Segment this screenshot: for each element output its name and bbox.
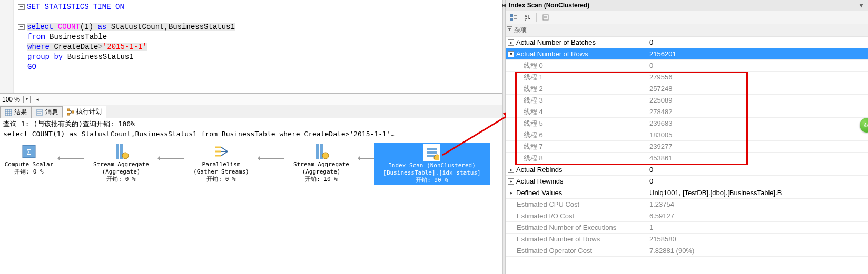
stream-aggregate-icon [313, 143, 330, 160]
svg-rect-8 [67, 109, 70, 111]
category-misc[interactable]: ▾ 杂项 [506, 24, 868, 37]
prop-thread-0[interactable]: 线程 00 [506, 60, 868, 72]
scroll-left-icon[interactable]: ◂ [34, 96, 41, 103]
execution-plan-area[interactable]: 查询 1: (与该批有关的)查询开销: 100% select COUNT(1)… [0, 118, 502, 274]
collapse-icon[interactable]: ▾ [507, 26, 512, 32]
svg-rect-18 [316, 144, 319, 159]
prop-est-io-cost[interactable]: Estimated I/O Cost 6.59127 [506, 210, 868, 222]
plan-arrow [158, 158, 184, 159]
properties-pane: Index Scan (NonClustered) ▾ AZ ▾ 杂项 ▸Act… [506, 0, 868, 274]
expand-icon[interactable]: ▸ [508, 39, 514, 46]
prop-thread-4[interactable]: 线程 4278482 [506, 106, 868, 118]
plan-arrow [358, 158, 374, 159]
collapse-icon[interactable]: ▾ [508, 51, 514, 57]
tab-results-label: 结果 [14, 108, 27, 117]
svg-text:Z: Z [525, 18, 527, 21]
plan-icon [67, 108, 74, 116]
svg-text:Σ: Σ [27, 148, 31, 156]
plan-arrow [258, 158, 284, 159]
expand-icon[interactable]: ▸ [508, 167, 514, 173]
svg-rect-0 [5, 109, 12, 116]
svg-rect-15 [116, 144, 119, 159]
plan-node-compute-scalar[interactable]: Σ Compute Scalar 开销: 0 % [0, 143, 58, 176]
svg-text:A: A [525, 14, 527, 18]
prop-thread-6[interactable]: 线程 6183005 [506, 129, 868, 141]
alphabetical-button[interactable]: AZ [521, 12, 533, 23]
prop-actual-batches[interactable]: ▸Actual Number of Batches 0 [506, 37, 868, 48]
tab-execution-plan[interactable]: 执行计划 [62, 106, 106, 118]
query-header: 查询 1: (与该批有关的)查询开销: 100% [0, 118, 502, 130]
prop-est-cpu-cost[interactable]: Estimated CPU Cost 1.23754 [506, 199, 868, 210]
prop-thread-8[interactable]: 线程 8453861 [506, 153, 868, 164]
fold-icon[interactable]: − [18, 4, 25, 10]
zoom-dropdown[interactable]: ▾ [23, 96, 31, 103]
sql-editor[interactable]: −SET STATISTICS TIME ON −select COUNT(1)… [0, 0, 502, 94]
plan-node-parallelism[interactable]: Parallelism (Gather Streams) 开销: 0 % [184, 143, 258, 183]
svg-rect-9 [67, 113, 70, 115]
parallelism-icon [213, 143, 230, 160]
prop-est-executions[interactable]: Estimated Number of Executions 1 [506, 222, 868, 234]
properties-toolbar: AZ [506, 11, 868, 24]
prop-est-operator-cost[interactable]: Estimated Operator Cost 7.82881 (90%) [506, 245, 868, 257]
svg-line-11 [70, 110, 72, 112]
plan-diagram: Σ Compute Scalar 开销: 0 % Stream Aggregat… [0, 143, 502, 190]
svg-rect-21 [427, 148, 437, 150]
svg-point-20 [322, 153, 329, 159]
zoom-bar: 100 % ▾ ◂ [0, 94, 502, 105]
sql-line-1: SET STATISTICS TIME ON [27, 3, 124, 11]
prop-thread-7[interactable]: 线程 7239277 [506, 141, 868, 153]
zoom-value: 100 % [2, 96, 20, 103]
prop-defined-values[interactable]: ▸Defined Values Uniq1001, [TestDB].[dbo]… [506, 187, 868, 199]
expand-icon[interactable]: ▸ [508, 178, 514, 185]
prop-actual-rebinds[interactable]: ▸Actual Rebinds 0 [506, 164, 868, 176]
expand-icon[interactable]: ▸ [508, 190, 514, 196]
svg-point-17 [122, 153, 129, 159]
fold-icon[interactable]: − [18, 24, 25, 30]
prop-actual-rows[interactable]: ▾Actual Number of Rows 2156201 [506, 48, 868, 60]
compute-scalar-icon: Σ [21, 143, 37, 160]
plan-arrow [58, 158, 84, 159]
prop-thread-3[interactable]: 线程 3225089 [506, 95, 868, 106]
grid-icon [5, 109, 12, 116]
dropdown-icon[interactable]: ▾ [857, 2, 865, 9]
categorized-button[interactable] [508, 12, 519, 23]
message-icon [36, 109, 43, 116]
property-pages-button[interactable] [540, 12, 551, 23]
plan-node-stream-aggregate-1[interactable]: Stream Aggregate (Aggregate) 开销: 0 % [84, 143, 158, 183]
properties-header: Index Scan (NonClustered) ▾ [506, 0, 868, 11]
svg-rect-32 [543, 15, 548, 20]
query-text: select COUNT(1) as StatustCount,Business… [0, 130, 502, 142]
tab-plan-label: 执行计划 [76, 107, 102, 116]
stream-aggregate-icon [113, 143, 130, 160]
prop-thread-5[interactable]: 线程 5239683 [506, 118, 868, 129]
svg-rect-27 [510, 18, 513, 21]
prop-est-rows[interactable]: Estimated Number of Rows 2158580 [506, 234, 868, 245]
prop-actual-rewinds[interactable]: ▸Actual Rewinds 0 [506, 176, 868, 187]
prop-thread-1[interactable]: 线程 1279556 [506, 72, 868, 83]
left-pane: −SET STATISTICS TIME ON −select COUNT(1)… [0, 0, 502, 274]
tab-results[interactable]: 结果 [0, 106, 32, 118]
properties-title: Index Scan (NonClustered) [509, 2, 589, 9]
svg-line-25 [442, 110, 516, 155]
tab-messages-label: 消息 [45, 108, 58, 117]
svg-rect-10 [72, 111, 74, 113]
plan-node-stream-aggregate-2[interactable]: Stream Aggregate (Aggregate) 开销: 10 % [284, 143, 358, 183]
prop-thread-2[interactable]: 线程 2257248 [506, 83, 868, 95]
result-tabs: 结果 消息 执行计划 [0, 105, 502, 118]
svg-rect-22 [427, 151, 437, 154]
svg-line-12 [70, 112, 72, 114]
properties-grid[interactable]: ▾ 杂项 ▸Actual Number of Batches 0 ▾Actual… [506, 24, 868, 274]
svg-rect-5 [36, 110, 43, 115]
tab-messages[interactable]: 消息 [31, 106, 63, 118]
editor-gutter [0, 0, 14, 93]
svg-rect-26 [510, 14, 513, 17]
